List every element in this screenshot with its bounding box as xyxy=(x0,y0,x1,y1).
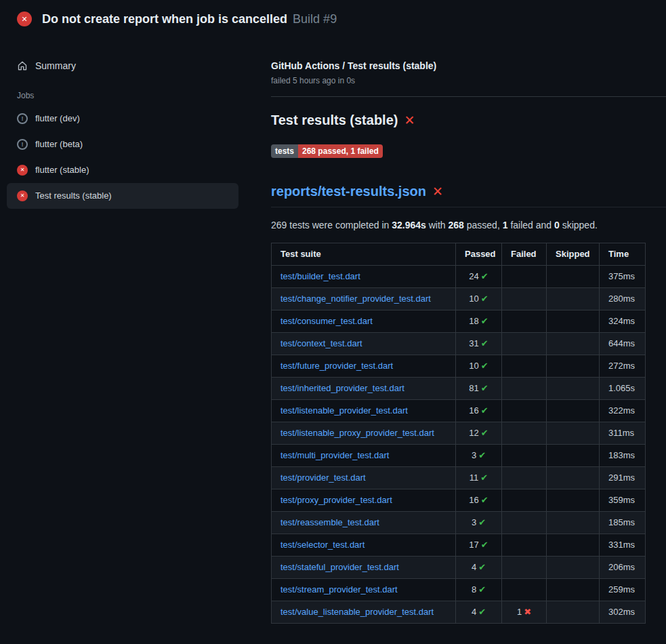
passed-cell-value: 16 xyxy=(469,405,478,416)
suite-link[interactable]: test/consumer_test.dart xyxy=(280,316,373,326)
failed-cell: 1✖ xyxy=(502,601,547,624)
skipped-cell xyxy=(547,333,600,355)
sidebar-item-summary[interactable]: Summary xyxy=(7,53,238,79)
passed-cell: 10✔ xyxy=(456,288,502,310)
section-title: Test results (stable) ✕ xyxy=(271,110,645,129)
table-header-row: Test suitePassedFailedSkippedTime xyxy=(272,243,646,266)
tests-badge: tests 268 passed, 1 failed xyxy=(271,144,383,158)
time-cell: 324ms xyxy=(600,310,646,333)
check-icon: ✔ xyxy=(481,495,488,505)
suite-link[interactable]: test/stream_provider_test.dart xyxy=(280,584,398,595)
suite-cell: test/listenable_proxy_provider_test.dart xyxy=(272,422,456,445)
time-cell: 375ms xyxy=(600,266,646,288)
time-cell: 322ms xyxy=(600,400,646,422)
table-row: test/proxy_provider_test.dart16✔359ms xyxy=(272,489,646,512)
suite-link[interactable]: test/inherited_provider_test.dart xyxy=(280,383,404,393)
skipped-cell xyxy=(547,489,600,512)
passed-cell: 16✔ xyxy=(456,489,502,512)
passed-cell-value: 3 xyxy=(472,517,476,527)
check-icon: ✔ xyxy=(478,584,486,595)
check-icon: ✔ xyxy=(481,361,488,371)
sidebar-item-job-1[interactable]: !flutter (dev) xyxy=(7,106,238,132)
failed-cell xyxy=(502,512,547,534)
failed-cell xyxy=(502,489,547,512)
suite-link[interactable]: test/provider_test.dart xyxy=(280,472,366,483)
suite-link[interactable]: test/reassemble_test.dart xyxy=(280,517,379,527)
skipped-cell xyxy=(547,310,600,333)
suite-link[interactable]: test/change_notifier_provider_test.dart xyxy=(280,294,431,304)
suite-link[interactable]: test/selector_test.dart xyxy=(280,540,365,550)
check-icon: ✔ xyxy=(481,428,488,438)
report-link[interactable]: reports/test-results.json xyxy=(271,182,426,201)
passed-cell: 24✔ xyxy=(456,266,502,288)
suite-link[interactable]: test/value_listenable_provider_test.dart xyxy=(280,607,434,617)
suite-link[interactable]: test/future_provider_test.dart xyxy=(280,361,393,371)
x-circle-icon: ✕ xyxy=(17,190,28,201)
table-row: test/builder_test.dart24✔375ms xyxy=(272,266,646,288)
table-row: test/multi_provider_test.dart3✔183ms xyxy=(272,445,646,467)
sidebar-item-job-3[interactable]: ✕flutter (stable) xyxy=(7,157,238,183)
sidebar-job-label: Test results (stable) xyxy=(35,190,112,201)
failed-cell xyxy=(502,534,547,557)
report-failed-x-icon: ✕ xyxy=(432,185,443,198)
suite-cell: test/change_notifier_provider_test.dart xyxy=(272,288,456,310)
passed-cell-value: 18 xyxy=(469,316,478,326)
passed-cell: 4✔ xyxy=(456,557,502,579)
suite-link[interactable]: test/builder_test.dart xyxy=(280,271,360,281)
suite-link[interactable]: test/listenable_provider_test.dart xyxy=(280,405,408,416)
suite-link[interactable]: test/context_test.dart xyxy=(280,338,362,348)
time-cell: 259ms xyxy=(600,579,646,601)
column-header-time: Time xyxy=(600,243,646,266)
suite-cell: test/stream_provider_test.dart xyxy=(272,579,456,601)
jobs-section-label: Jobs xyxy=(7,84,238,106)
passed-cell: 8✔ xyxy=(456,579,502,601)
main-content: GitHub Actions / Test results (stable) f… xyxy=(271,35,666,624)
failed-cell xyxy=(502,355,547,378)
skipped-cell xyxy=(547,512,600,534)
suite-cell: test/future_provider_test.dart xyxy=(272,355,456,378)
table-row: test/future_provider_test.dart10✔272ms xyxy=(272,355,646,378)
suite-cell: test/selector_test.dart xyxy=(272,534,456,557)
skipped-cell xyxy=(547,400,600,422)
sidebar-summary-label: Summary xyxy=(35,60,76,71)
passed-cell-value: 4 xyxy=(472,607,476,617)
check-icon: ✔ xyxy=(481,294,488,304)
table-row: test/stream_provider_test.dart8✔259ms xyxy=(272,579,646,601)
sidebar-job-label: flutter (dev) xyxy=(35,113,80,124)
cross-icon: ✖ xyxy=(524,607,531,617)
skipped-cell xyxy=(547,266,600,288)
passed-cell: 10✔ xyxy=(456,355,502,378)
passed-cell: 16✔ xyxy=(456,400,502,422)
suite-link[interactable]: test/multi_provider_test.dart xyxy=(280,450,389,460)
summary-bold-value: 32.964s xyxy=(392,220,426,230)
failed-cell xyxy=(502,266,547,288)
skipped-cell xyxy=(547,601,600,624)
time-cell: 331ms xyxy=(600,534,646,557)
passed-cell: 31✔ xyxy=(456,333,502,355)
x-circle-icon: ✕ xyxy=(17,165,28,176)
passed-cell-value: 24 xyxy=(469,271,478,281)
check-icon: ✔ xyxy=(478,517,486,527)
check-icon: ✔ xyxy=(478,607,486,617)
sidebar-item-job-2[interactable]: !flutter (beta) xyxy=(7,132,238,157)
table-row: test/listenable_provider_test.dart16✔322… xyxy=(272,400,646,422)
time-cell: 302ms xyxy=(600,601,646,624)
suite-cell: test/proxy_provider_test.dart xyxy=(272,489,456,512)
time-cell: 183ms xyxy=(600,445,646,467)
failed-cell xyxy=(502,288,547,310)
sidebar: Summary Jobs !flutter (dev)!flutter (bet… xyxy=(0,35,245,209)
build-number: Build #9 xyxy=(293,12,337,26)
suite-link[interactable]: test/proxy_provider_test.dart xyxy=(280,495,392,505)
summary-bold-value: 268 xyxy=(449,220,464,230)
tests-badge-label: tests xyxy=(271,144,298,158)
tests-badge-value: 268 passed, 1 failed xyxy=(298,144,383,158)
sidebar-item-job-4[interactable]: ✕Test results (stable) xyxy=(7,183,238,209)
skipped-cell xyxy=(547,445,600,467)
table-row: test/provider_test.dart11✔291ms xyxy=(272,467,646,489)
suite-link[interactable]: test/listenable_proxy_provider_test.dart xyxy=(280,428,434,438)
suite-link[interactable]: test/stateful_provider_test.dart xyxy=(280,562,399,572)
passed-cell-value: 17 xyxy=(469,540,478,550)
check-icon: ✔ xyxy=(481,271,488,281)
time-cell: 359ms xyxy=(600,489,646,512)
summary-text: skipped. xyxy=(560,220,598,230)
